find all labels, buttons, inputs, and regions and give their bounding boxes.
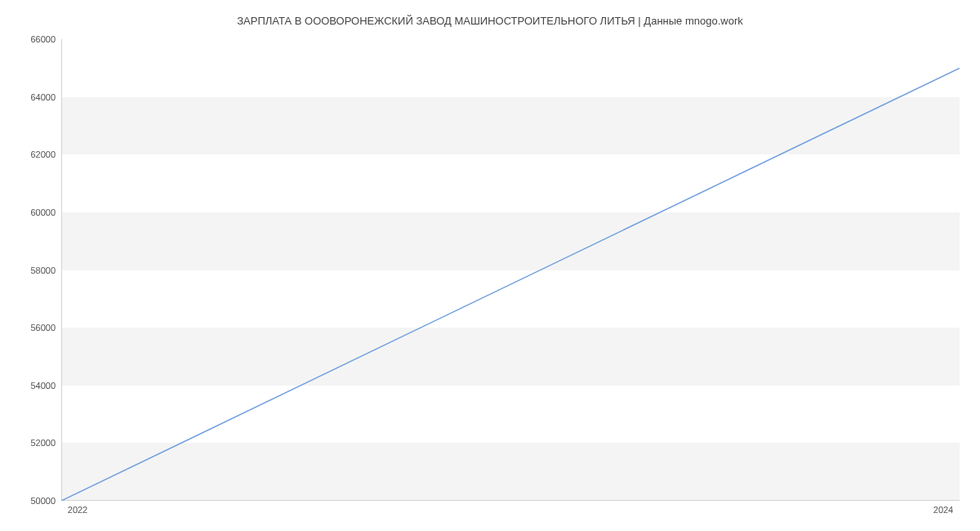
x-tick-label: 2022 <box>68 505 87 515</box>
y-tick-label: 62000 <box>7 149 56 159</box>
y-tick-label: 52000 <box>7 438 56 448</box>
y-tick-label: 58000 <box>7 266 56 275</box>
series-line <box>61 39 960 501</box>
y-tick-label: 50000 <box>7 496 56 506</box>
y-tick-label: 64000 <box>7 92 56 102</box>
salary-series <box>61 68 960 501</box>
y-tick-label: 56000 <box>7 323 56 332</box>
plot-area <box>61 39 960 501</box>
x-tick-label: 2024 <box>933 505 953 515</box>
y-tick-label: 54000 <box>7 381 56 390</box>
salary-line-chart: ЗАРПЛАТА В ОООВОРОНЕЖСКИЙ ЗАВОД МАШИНОСТ… <box>0 0 980 531</box>
y-tick-label: 60000 <box>7 207 56 217</box>
y-tick-label: 66000 <box>7 34 56 44</box>
chart-title: ЗАРПЛАТА В ОООВОРОНЕЖСКИЙ ЗАВОД МАШИНОСТ… <box>0 15 980 27</box>
